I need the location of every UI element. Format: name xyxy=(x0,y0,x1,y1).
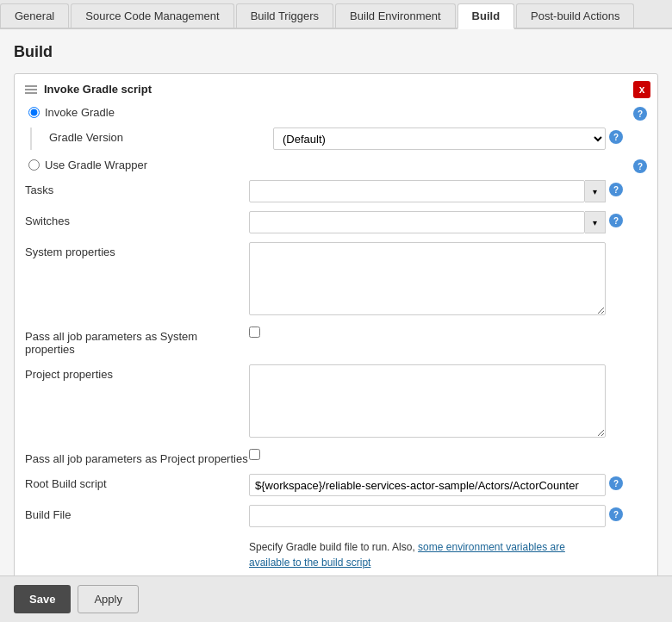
tasks-label: Tasks xyxy=(25,180,249,196)
bottom-bar: Save Apply xyxy=(0,575,672,622)
pass-system-props-row: Pass all job parameters as System proper… xyxy=(25,327,626,356)
switches-control: ▾ xyxy=(249,211,606,233)
help-icon-2[interactable]: ? xyxy=(609,130,623,144)
switches-dropdown-btn[interactable]: ▾ xyxy=(585,211,606,233)
root-build-script-control xyxy=(249,474,606,496)
system-props-row: System properties xyxy=(25,242,626,318)
invoke-gradle-help[interactable]: ? xyxy=(630,104,650,121)
page-title: Build xyxy=(14,43,658,61)
info-text: Specify Gradle build file to run. Also, … xyxy=(249,539,606,570)
pass-project-props-label: Pass all job parameters as Project prope… xyxy=(25,449,249,465)
apply-button[interactable]: Apply xyxy=(78,585,139,613)
tab-build-triggers[interactable]: Build Triggers xyxy=(236,3,333,28)
tasks-input[interactable] xyxy=(249,180,585,202)
help-icon-6[interactable]: ? xyxy=(609,476,623,490)
tasks-help[interactable]: ? xyxy=(606,180,626,196)
use-wrapper-option: Use Gradle Wrapper ? xyxy=(25,159,626,171)
build-file-label: Build File xyxy=(25,505,249,521)
gradle-version-label: Gradle Version xyxy=(49,128,273,144)
invoke-gradle-radio[interactable] xyxy=(28,107,40,118)
tab-bar: General Source Code Management Build Tri… xyxy=(0,0,672,29)
gradle-version-control: (Default) xyxy=(273,128,606,150)
gradle-version-help[interactable]: ? xyxy=(606,128,626,144)
gradle-version-select[interactable]: (Default) xyxy=(273,128,606,150)
info-text-control: Specify Gradle build file to run. Also, … xyxy=(249,536,606,570)
project-props-control xyxy=(249,364,606,440)
root-build-script-input[interactable] xyxy=(249,474,606,496)
tab-source-code[interactable]: Source Code Management xyxy=(71,3,233,28)
tasks-input-group: ▾ xyxy=(249,180,606,202)
switches-label: Switches xyxy=(25,211,249,227)
project-props-row: Project properties xyxy=(25,364,626,440)
invoke-gradle-option: Invoke Gradle ? xyxy=(25,106,626,119)
build-file-input[interactable] xyxy=(249,505,606,527)
root-build-script-label: Root Build script xyxy=(25,474,249,490)
help-icon-7[interactable]: ? xyxy=(609,507,623,521)
root-build-script-row: Root Build script ? xyxy=(25,474,626,496)
project-props-help xyxy=(606,364,626,367)
root-build-script-help[interactable]: ? xyxy=(606,474,626,490)
switches-row: Switches ▾ ? xyxy=(25,211,626,233)
invoke-gradle-section: Invoke Gradle script x Invoke Gradle ? G… xyxy=(14,73,658,620)
use-wrapper-label: Use Gradle Wrapper xyxy=(45,159,147,171)
save-button[interactable]: Save xyxy=(14,585,71,613)
tab-build-environment[interactable]: Build Environment xyxy=(335,3,456,28)
pass-system-props-checkbox-row xyxy=(249,327,606,338)
tab-post-build[interactable]: Post-build Actions xyxy=(516,3,634,28)
info-text-spacer xyxy=(25,536,249,539)
drag-handle[interactable] xyxy=(25,85,37,94)
pass-project-props-help xyxy=(606,449,626,451)
system-props-help xyxy=(606,242,626,245)
info-text-static: Specify Gradle build file to run. Also, xyxy=(249,541,418,553)
tasks-control: ▾ xyxy=(249,180,606,202)
build-file-row: Build File ? xyxy=(25,505,626,527)
pass-project-props-control xyxy=(249,449,606,460)
section-header: Invoke Gradle script x xyxy=(25,83,626,96)
pass-system-props-control xyxy=(249,327,606,338)
section-title: Invoke Gradle script xyxy=(44,83,152,96)
pass-system-props-checkbox[interactable] xyxy=(249,327,260,338)
help-icon[interactable]: ? xyxy=(633,107,647,121)
help-icon-4[interactable]: ? xyxy=(609,183,623,196)
tab-general[interactable]: General xyxy=(0,3,69,28)
switches-help[interactable]: ? xyxy=(606,211,626,227)
info-text-row: Specify Gradle build file to run. Also, … xyxy=(25,536,626,570)
use-wrapper-help[interactable]: ? xyxy=(630,157,650,173)
use-wrapper-radio[interactable] xyxy=(28,159,40,171)
tasks-dropdown-btn[interactable]: ▾ xyxy=(585,180,606,202)
tab-build[interactable]: Build xyxy=(457,3,515,29)
pass-system-props-label: Pass all job parameters as System proper… xyxy=(25,327,249,356)
project-props-textarea[interactable] xyxy=(249,364,606,438)
gradle-version-row: Gradle Version (Default) ? xyxy=(49,128,626,150)
build-file-help[interactable]: ? xyxy=(606,505,626,521)
tasks-row: Tasks ▾ ? xyxy=(25,180,626,202)
system-props-label: System properties xyxy=(25,242,249,258)
pass-system-props-help xyxy=(606,327,626,329)
pass-project-props-checkbox-row xyxy=(249,449,606,460)
invoke-gradle-label: Invoke Gradle xyxy=(45,106,115,119)
help-icon-5[interactable]: ? xyxy=(609,214,623,227)
help-icon-3[interactable]: ? xyxy=(633,159,647,173)
close-section-button[interactable]: x xyxy=(633,81,650,98)
pass-project-props-checkbox[interactable] xyxy=(249,449,260,460)
page-content: Build Invoke Gradle script x Invoke Grad… xyxy=(0,29,672,620)
pass-project-props-row: Pass all job parameters as Project prope… xyxy=(25,449,626,465)
gradle-version-indent: Gradle Version (Default) ? xyxy=(30,128,626,150)
system-props-textarea[interactable] xyxy=(249,242,606,315)
build-file-control xyxy=(249,505,606,527)
system-props-control xyxy=(249,242,606,318)
switches-input-group: ▾ xyxy=(249,211,606,233)
project-props-label: Project properties xyxy=(25,364,249,381)
switches-input[interactable] xyxy=(249,211,585,233)
info-help xyxy=(606,536,626,538)
